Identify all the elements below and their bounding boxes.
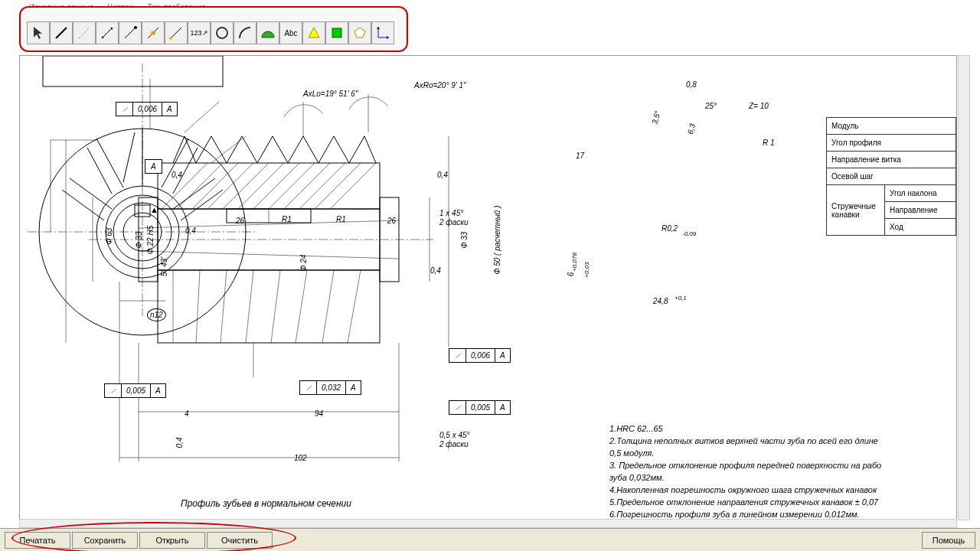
svg-line-66 bbox=[211, 136, 246, 163]
dim-r1b: R1 bbox=[336, 215, 346, 223]
dim-l4: 4 bbox=[185, 409, 189, 418]
dim-front-08: 0,8 bbox=[686, 80, 697, 89]
dim-front-r02: R0,2 bbox=[662, 224, 678, 233]
dim-front-6t1: +0,078 bbox=[571, 253, 578, 272]
dim-front-z: Z= 10 bbox=[749, 102, 769, 110]
svg-line-29 bbox=[315, 163, 361, 209]
dim-axro: АxRo=20° 9' 1" bbox=[414, 81, 466, 90]
front-view-drawing bbox=[20, 56, 265, 377]
pointer-tool[interactable] bbox=[27, 21, 50, 44]
dim-angle-tool[interactable] bbox=[165, 21, 188, 44]
svg-line-30 bbox=[330, 163, 376, 209]
dim-front-17: 17 bbox=[576, 152, 584, 160]
dim-ch05s: 2 фаски bbox=[439, 440, 469, 448]
dim-ch1: 1 x 45° bbox=[439, 209, 463, 217]
dim-front-35: 3,5° bbox=[650, 109, 662, 125]
svg-line-0 bbox=[56, 28, 67, 38]
dim-l94: 94 bbox=[315, 409, 323, 418]
dim-04b: 0,4 bbox=[437, 171, 448, 179]
tolerance-box-4: ⟋0,006А bbox=[449, 348, 511, 363]
tolerance-box-5: ⟋0,005А bbox=[449, 400, 511, 415]
dim-r1a: R1 bbox=[282, 215, 292, 223]
svg-line-42 bbox=[348, 270, 361, 343]
svg-point-9 bbox=[217, 28, 227, 38]
svg-line-7 bbox=[171, 28, 181, 38]
square-tool[interactable] bbox=[325, 21, 348, 44]
svg-line-41 bbox=[322, 270, 334, 343]
axis-tool[interactable] bbox=[73, 21, 96, 44]
dim-l102: 102 bbox=[294, 454, 307, 462]
svg-point-4 bbox=[134, 26, 137, 29]
dim-ch05: 0,5 x 45° bbox=[439, 431, 470, 439]
leader-tool[interactable]: 123↗ bbox=[188, 21, 211, 44]
toolbar-highlight: 123↗ Abc bbox=[19, 6, 408, 52]
vertical-scrollbar[interactable] bbox=[958, 55, 970, 520]
pentagon-tool[interactable] bbox=[348, 21, 371, 44]
svg-point-8 bbox=[169, 37, 172, 40]
svg-line-39 bbox=[271, 270, 280, 343]
dim-front-6t2: +0,03 bbox=[583, 262, 590, 277]
dim-linear-tool[interactable] bbox=[96, 21, 119, 44]
dim-04d: 0,4 bbox=[430, 266, 441, 275]
svg-line-65 bbox=[185, 102, 219, 132]
dim-d50: Ф 50 ( расчетный ) bbox=[493, 205, 501, 274]
svg-line-1 bbox=[79, 28, 90, 38]
protractor-tool[interactable] bbox=[256, 21, 279, 44]
dim-front-63: 6,3 bbox=[686, 122, 697, 135]
svg-line-26 bbox=[269, 163, 315, 209]
print-button[interactable]: Печатать bbox=[5, 532, 70, 549]
dim-front-248t: +0,1 bbox=[675, 295, 687, 302]
parameter-table: Модуль Угол профиля Направление витка Ос… bbox=[826, 117, 956, 236]
arc-tool[interactable] bbox=[234, 21, 256, 44]
triangle-tool[interactable] bbox=[302, 21, 325, 44]
technical-notes: 1.HRC 62...65 2.Толщина неполных витков … bbox=[609, 423, 952, 520]
dim-front-25: 25° bbox=[705, 102, 717, 110]
svg-line-5 bbox=[148, 28, 158, 38]
svg-line-27 bbox=[284, 163, 330, 209]
profile-caption: Профиль зубьев в нормальном сечении bbox=[181, 498, 351, 509]
dim-radial-tool[interactable] bbox=[119, 21, 142, 44]
horizontal-scrollbar[interactable] bbox=[19, 519, 957, 528]
help-button[interactable]: Помощь bbox=[922, 532, 975, 549]
tolerance-box-3: ⟋0,032А bbox=[299, 380, 361, 395]
bottom-toolbar: Печатать Сохранить Открыть Очистить Помо… bbox=[0, 528, 980, 551]
dim-ch1s: 2 фаски bbox=[439, 218, 469, 227]
svg-line-40 bbox=[296, 270, 307, 343]
dim-04e: 0,4 bbox=[175, 438, 184, 448]
clear-button[interactable]: Очистить bbox=[207, 532, 273, 549]
drawing-toolbar: 123↗ Abc bbox=[27, 21, 394, 44]
dim-front-r1: R 1 bbox=[763, 139, 775, 147]
svg-line-28 bbox=[299, 163, 345, 209]
dim-l26b: 26 bbox=[387, 217, 396, 225]
coord-tool[interactable] bbox=[371, 21, 394, 44]
circle-tool[interactable] bbox=[211, 21, 234, 44]
open-button[interactable]: Открыть bbox=[139, 532, 205, 549]
dim-axlo: АxLo=19° 51' 6" bbox=[303, 90, 358, 98]
save-button[interactable]: Сохранить bbox=[72, 532, 138, 549]
dim-d33r: Ф 33 bbox=[460, 232, 469, 249]
svg-line-3 bbox=[125, 28, 136, 38]
tolerance-box-2: ⟋0,005А bbox=[104, 383, 166, 398]
dim-diam-tool[interactable] bbox=[142, 21, 165, 44]
text-tool[interactable]: Abc bbox=[279, 21, 302, 44]
dim-front-009: -0,09 bbox=[682, 230, 696, 237]
dim-front-6: 6 bbox=[567, 272, 575, 277]
line-tool[interactable] bbox=[50, 21, 73, 44]
dim-d24: Ф 24 bbox=[299, 255, 308, 272]
dim-front-248: 24,8 bbox=[653, 297, 668, 305]
svg-line-2 bbox=[102, 28, 113, 38]
drawing-canvas[interactable]: ⟋0,006А ⟋0,005А ⟋0,032А ⟋0,006А ⟋0,005А … bbox=[19, 55, 957, 520]
svg-rect-10 bbox=[332, 28, 341, 37]
